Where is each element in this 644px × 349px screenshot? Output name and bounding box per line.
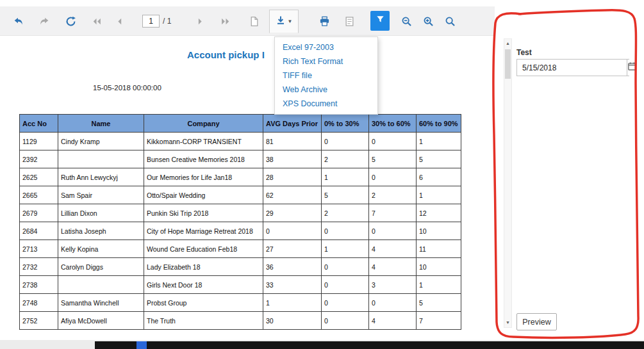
panel-scrollbar[interactable]: ▲ ▼ (504, 38, 512, 328)
table-cell: 33 (263, 276, 322, 294)
table-cell: 2 (322, 150, 369, 168)
table-cell: 30 (263, 312, 322, 330)
last-page-button[interactable] (216, 12, 235, 31)
table-row: 2752Afiya McDowellThe Truth30047 (20, 312, 461, 330)
zoom-in-button[interactable] (419, 12, 437, 31)
table-cell: 4 (369, 240, 417, 258)
zoom-out-icon (401, 16, 412, 27)
next-page-icon (195, 16, 206, 27)
date-input[interactable] (517, 60, 627, 76)
table-cell (58, 150, 144, 168)
table-cell (58, 276, 144, 294)
print-button[interactable] (315, 12, 334, 31)
preview-button[interactable]: Preview (516, 313, 557, 330)
refresh-button[interactable] (61, 12, 80, 31)
table-cell: Lillian Dixon (58, 204, 144, 222)
table-cell: 0 (322, 276, 369, 294)
export-dropdown-menu: Excel 97-2003Rich Text FormatTIFF fileWe… (274, 37, 378, 115)
table-cell: 0 (369, 294, 417, 312)
export-menu-item[interactable]: Web Archive (275, 83, 377, 97)
table-cell: Girls Next Door 18 (144, 276, 263, 294)
table-cell: 81 (263, 133, 322, 150)
table-row: 2679Lillian DixonPunkin Ski Trip 2018292… (20, 204, 461, 222)
table-row: 2625Ruth Ann LewyckyjOur Memories for Li… (20, 168, 461, 186)
table-cell: 0 (263, 222, 322, 240)
table-cell: 29 (263, 204, 322, 222)
zoom-in-icon (423, 16, 434, 27)
previous-page-icon (114, 16, 125, 27)
table-cell: 2732 (20, 258, 58, 276)
table-cell: 5 (417, 294, 461, 312)
export-menu-item[interactable]: Rich Text Format (275, 54, 377, 69)
table-cell: 0 (322, 133, 369, 150)
previous-page-button[interactable] (110, 12, 129, 31)
table-cell: 2752 (20, 312, 58, 330)
page-setup-button[interactable] (340, 12, 359, 31)
table-cell: 3 (369, 276, 417, 294)
filter-button[interactable] (370, 11, 390, 31)
table-cell: 2713 (20, 240, 58, 258)
table-header-cell: 30% to 60% (369, 115, 417, 133)
table-cell: 0 (322, 258, 369, 276)
undo-icon (13, 16, 24, 27)
export-menu-item[interactable]: XPS Document (275, 97, 377, 111)
table-cell: 0 (369, 222, 417, 240)
table-cell: 2 (322, 204, 369, 222)
table-cell: 0 (322, 294, 369, 312)
table-cell: 0 (369, 133, 417, 150)
document-map-button[interactable] (244, 12, 263, 31)
table-cell: 2 (369, 186, 417, 204)
table-cell: 7 (369, 204, 417, 222)
table-cell: Samantha Winchell (58, 294, 144, 312)
scroll-down-icon[interactable]: ▼ (504, 318, 511, 327)
table-header-cell: Acc No (20, 115, 58, 133)
table-row: 1129Cindy KrampKikkomann-CORP TRANSIENT8… (20, 133, 461, 150)
table-cell: 62 (263, 186, 322, 204)
taskbar (95, 341, 644, 349)
redo-button[interactable] (35, 12, 54, 31)
table-cell: 1 (263, 294, 322, 312)
undo-button[interactable] (8, 12, 28, 31)
chevron-down-icon: ▼ (288, 19, 293, 24)
page-number-input[interactable] (142, 15, 160, 28)
filter-icon (376, 15, 385, 27)
table-header-cell: 60% to 90% (417, 115, 461, 133)
table-row: 2738Girls Next Door 1833031 (20, 276, 461, 294)
download-icon (276, 15, 286, 28)
zoom-out-button[interactable] (397, 12, 415, 31)
table-cell: 1 (417, 186, 461, 204)
first-page-button[interactable] (87, 12, 106, 31)
table-header-cell: AVG Days Prior (263, 115, 322, 133)
table-cell: 1129 (20, 133, 58, 150)
table-header-cell: Company (144, 115, 263, 133)
next-page-button[interactable] (190, 12, 210, 31)
table-cell: Bunsen Creative Memories 2018 (144, 150, 263, 168)
refresh-icon (65, 16, 76, 27)
report-viewer-toolbar: / 1 ▼ (0, 6, 495, 36)
scroll-up-icon[interactable]: ▲ (504, 39, 511, 48)
redo-icon (39, 16, 50, 27)
export-menu-item[interactable]: TIFF file (275, 69, 377, 83)
table-cell: Afiya McDowell (58, 312, 144, 330)
export-menu-item[interactable]: Excel 97-2003 (275, 40, 377, 54)
report-date: 15-05-2018 00:00:00 (93, 84, 161, 92)
table-cell: 36 (263, 258, 322, 276)
table-header-cell: Name (58, 115, 144, 133)
table-row: 2392Bunsen Creative Memories 201838255 (20, 150, 461, 168)
table-header-cell: 0% to 30% (322, 115, 369, 133)
table-cell: The Truth (144, 312, 263, 330)
search-icon (445, 16, 456, 27)
table-row: 2748Samantha WinchellProbst Group1005 (20, 294, 461, 312)
report-table-body: 1129Cindy KrampKikkomann-CORP TRANSIENT8… (20, 133, 461, 330)
taskbar-item[interactable] (136, 341, 147, 349)
table-cell: 2679 (20, 204, 58, 222)
search-button[interactable] (441, 12, 459, 31)
table-cell: 2665 (20, 186, 58, 204)
table-cell: 2748 (20, 294, 58, 312)
table-cell: 7 (417, 312, 461, 330)
export-button[interactable]: ▼ (269, 10, 299, 33)
date-parameter-field (516, 59, 629, 76)
table-cell: 5 (369, 150, 417, 168)
calendar-button[interactable] (627, 60, 637, 76)
scrollbar-thumb[interactable] (505, 49, 511, 79)
